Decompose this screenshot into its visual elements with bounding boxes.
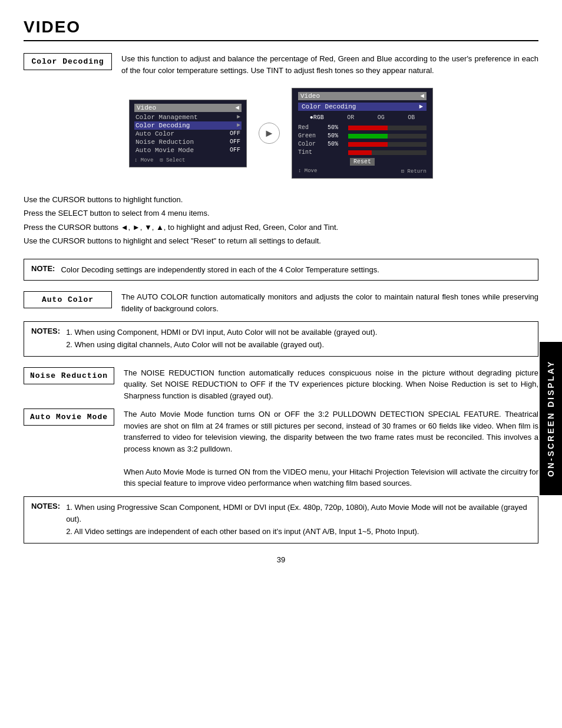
menu-screenshot-1: Video ◄ Color Management► Color Decoding… xyxy=(129,100,247,167)
sidebar-tab: ON-SCREEN DISPLAY xyxy=(540,342,562,495)
auto-color-notes-content: 1. When using Component, HDMI or DVI inp… xyxy=(66,327,531,351)
menu2-title: Video ◄ xyxy=(298,92,427,100)
auto-movie-notes-box: NOTES: 1. When using Progressive Scan Co… xyxy=(24,496,538,543)
menu1-item-color-decoding: Color Decoding► xyxy=(134,121,242,130)
arrow-between-menus: ► xyxy=(259,123,280,144)
color-decoding-label: Color Decoding xyxy=(24,53,112,70)
auto-movie-mode-block: Auto Movie Mode The Auto Movie Mode func… xyxy=(24,409,538,489)
auto-movie-note-1: 1. When using Progressive Scan Component… xyxy=(66,502,531,526)
menu1-item-noise-reduction: Noise ReductionOFF xyxy=(134,138,242,146)
menu1-item-auto-color: Auto ColorOFF xyxy=(134,130,242,138)
color-decoding-block: Color Decoding Use this function to adju… xyxy=(24,53,538,76)
note-text: Color Decoding settings are independentl… xyxy=(61,264,531,276)
auto-color-note-1: 1. When using Component, HDMI or DVI inp… xyxy=(66,327,531,339)
instructions-block: Use the CURSOR buttons to highlight func… xyxy=(24,193,538,248)
auto-color-note-2: 2. When using digital channels, Auto Col… xyxy=(66,339,531,351)
auto-movie-note-2: 2. All Video settings are independent of… xyxy=(66,526,531,538)
auto-color-description: The AUTO COLOR function automatically mo… xyxy=(121,291,538,314)
note-box: NOTE: Color Decoding settings are indepe… xyxy=(24,259,538,281)
auto-movie-mode-description: The Auto Movie Mode function turns ON or… xyxy=(124,409,538,489)
page-number: 39 xyxy=(24,555,538,564)
forward-arrow-icon: ► xyxy=(259,123,280,144)
auto-movie-notes-content: 1. When using Progressive Scan Component… xyxy=(66,502,531,538)
menu1-item-auto-movie-mode: Auto Movie ModeOFF xyxy=(134,146,242,154)
menu2-subtitle: Color Decoding► xyxy=(298,103,427,111)
menu1-footer: ↕ Move ⊡ Select xyxy=(134,157,242,163)
menu2-row-color: Color 50% xyxy=(298,141,427,147)
menu2-footer: ↕ Move ⊡ Return xyxy=(298,168,427,174)
auto-movie-mode-label: Auto Movie Mode xyxy=(24,409,114,426)
menu2-reset-button: Reset xyxy=(350,158,375,166)
menu2-options: ●RGB OR OG OB xyxy=(298,114,427,121)
menu1-item-color-management: Color Management► xyxy=(134,113,242,121)
noise-reduction-block: Noise Reduction The NOISE REDUCTION func… xyxy=(24,367,538,402)
menu-screenshot-2: Video ◄ Color Decoding► ●RGB OR OG OB Re… xyxy=(292,88,433,179)
instruction-3: Press the CURSOR buttons ◄, ►, ▼, ▲, to … xyxy=(24,220,538,234)
page-title: VIDEO xyxy=(24,18,538,41)
color-decoding-description: Use this function to adjust and balance … xyxy=(121,53,538,76)
menu2-row-green: Green 50% xyxy=(298,133,427,139)
noise-reduction-description: The NOISE REDUCTION function automatical… xyxy=(124,367,538,402)
auto-color-notes-label: NOTES: xyxy=(31,327,60,335)
auto-movie-desc-2: When Auto Movie Mode is turned ON from t… xyxy=(124,466,538,489)
auto-movie-desc-1: The Auto Movie Mode function turns ON or… xyxy=(124,409,538,454)
auto-color-block: Auto Color The AUTO COLOR function autom… xyxy=(24,291,538,314)
menu1-title: Video ◄ xyxy=(134,104,242,112)
instruction-1: Use the CURSOR buttons to highlight func… xyxy=(24,193,538,206)
instruction-4: Use the CURSOR buttons to highlight and … xyxy=(24,234,538,248)
auto-color-label: Auto Color xyxy=(24,291,112,308)
auto-movie-notes-label: NOTES: xyxy=(31,502,60,510)
instruction-2: Press the SELECT button to select from 4… xyxy=(24,206,538,220)
note-label: NOTE: xyxy=(31,264,55,273)
menu2-row-tint: Tint xyxy=(298,149,427,156)
menu-screenshots: Video ◄ Color Management► Color Decoding… xyxy=(24,88,538,179)
auto-color-notes-box: NOTES: 1. When using Component, HDMI or … xyxy=(24,321,538,357)
menu2-row-red: Red 50% xyxy=(298,124,427,131)
noise-reduction-label: Noise Reduction xyxy=(24,367,114,384)
